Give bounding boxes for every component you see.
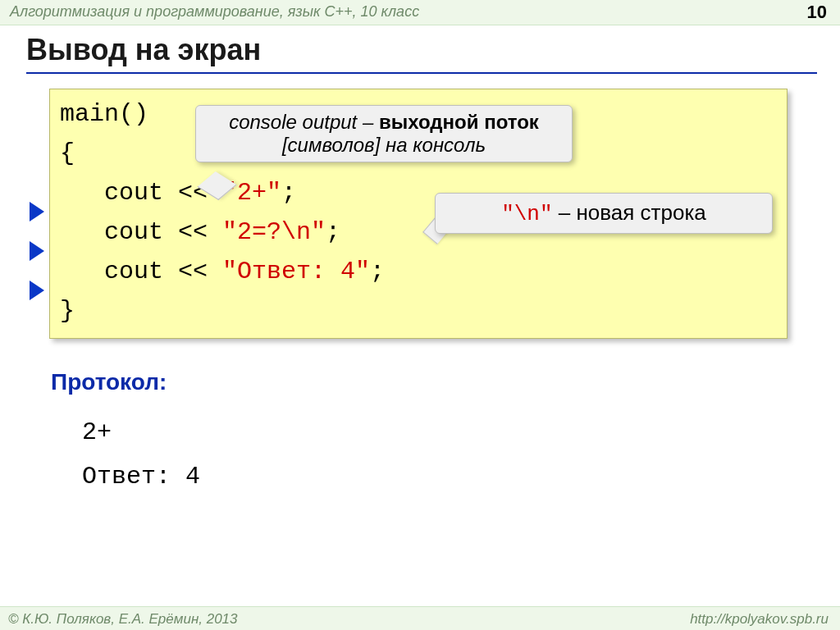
header-caption: Алгоритмизация и программирование, язык … <box>10 3 419 21</box>
code-line: { <box>60 139 75 167</box>
callout-text: – новая строка <box>553 200 706 225</box>
callout-text: – <box>357 111 379 133</box>
bullet-arrow-icon <box>30 202 44 221</box>
callout-code: "\n" <box>501 202 552 226</box>
code-text: cout << <box>60 218 222 246</box>
protocol-line: Ответ: 4 <box>82 463 200 491</box>
footer-copyright: © К.Ю. Поляков, Е.А. Ерёмин, 2013 <box>8 611 238 628</box>
code-text: ; <box>370 258 385 285</box>
protocol-output: 2+ Ответ: 4 <box>82 410 200 499</box>
protocol-line: 2+ <box>82 418 112 446</box>
code-text: cout << <box>60 179 222 207</box>
code-line: main() <box>60 100 148 128</box>
page-number: 10 <box>807 2 827 23</box>
callout-newline: "\n" – новая строка <box>435 193 773 234</box>
title-underline <box>26 72 817 74</box>
code-text: ; <box>326 218 340 246</box>
protocol-label: Протокол: <box>51 369 167 395</box>
callout-console-output: console output – выходной поток [символо… <box>195 105 573 162</box>
bullet-arrow-icon <box>30 241 44 261</box>
bullet-arrow-icon <box>30 281 44 300</box>
callout-text: [символов] на консоль <box>282 134 486 156</box>
code-text: cout << <box>60 258 222 285</box>
code-string: "Ответ: 4" <box>222 258 370 285</box>
callout-text-italic: console output <box>229 111 357 133</box>
callout-text-bold: выходной поток <box>379 111 539 133</box>
code-line: } <box>60 297 75 325</box>
slide: Алгоритмизация и программирование, язык … <box>0 0 840 630</box>
code-string: "2=?\n" <box>222 218 326 246</box>
footer-url: http://kpolyakov.spb.ru <box>690 611 829 628</box>
code-text: ; <box>281 179 296 207</box>
slide-title: Вывод на экран <box>26 33 261 67</box>
